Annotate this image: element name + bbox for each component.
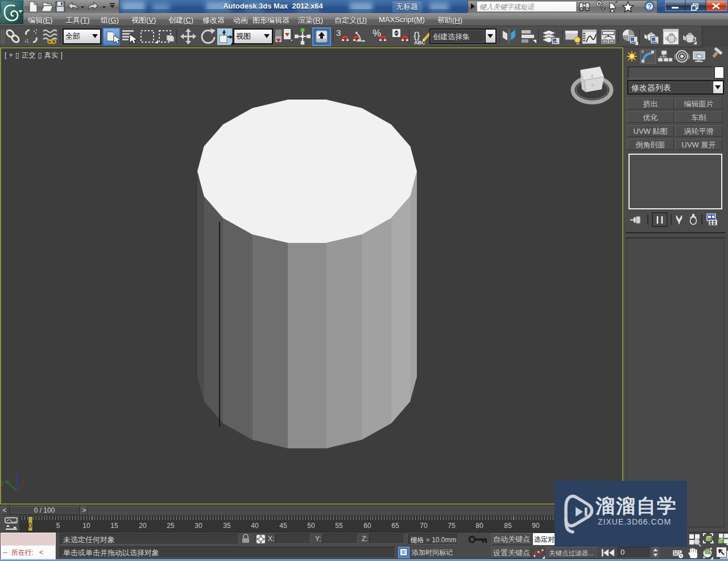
svg-text:y: y: [1, 480, 4, 486]
svg-text:?: ?: [647, 3, 651, 11]
svg-text:3: 3: [336, 28, 341, 38]
svg-text:z: z: [15, 471, 18, 477]
svg-text:x: x: [22, 478, 24, 485]
